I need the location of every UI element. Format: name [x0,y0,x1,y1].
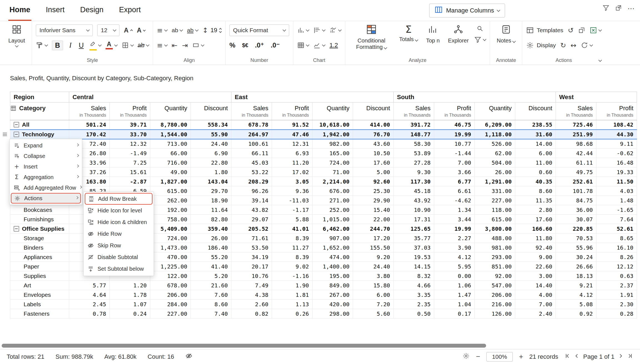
data-cell[interactable]: 26.66 [556,262,596,271]
data-cell[interactable]: 49.75 [556,167,596,177]
data-cell[interactable]: 1.20 [110,281,150,290]
row-label[interactable]: Paper [10,262,69,271]
data-cell[interactable]: 4.64 [69,290,110,300]
data-cell[interactable]: 3.00 [515,271,556,281]
data-cell[interactable]: 1.06 [434,281,475,290]
layout-button[interactable]: Layout [6,24,28,47]
data-cell[interactable]: 205.52 [231,224,272,234]
line-chart-button[interactable] [313,42,325,49]
data-cell[interactable]: 35.77 [394,234,434,243]
data-cell[interactable]: 70.53 [556,234,596,243]
data-cell[interactable]: 676.00 [312,186,353,196]
data-cell[interactable]: 22.80 [191,158,231,167]
data-cell[interactable]: 24.40 [191,139,231,149]
data-cell[interactable]: -0.62 [596,149,637,158]
data-cell[interactable]: 41.01 [272,224,312,234]
data-cell[interactable]: 170.42 [69,130,110,139]
increase-decimal-button[interactable]: .0⁺ [255,41,264,49]
data-cell[interactable]: 1,827.00 [150,177,191,186]
data-cell[interactable]: 17.60 [353,158,394,167]
data-cell[interactable]: 1,652.00 [312,243,353,252]
horizontal-scrollbar[interactable] [2,344,486,348]
row-label[interactable]: Labels [10,300,69,309]
tab-insert[interactable]: Insert [45,0,66,21]
data-cell[interactable]: 5.60 [353,309,394,318]
data-cell[interactable]: 29.07 [231,215,272,224]
data-cell[interactable]: 126.00 [475,309,515,318]
data-cell[interactable]: 1.47 [434,290,475,300]
data-cell[interactable]: 252.00 [312,205,353,215]
data-cell[interactable]: 66.00 [150,149,191,158]
data-cell[interactable]: 8.39 [272,252,312,262]
data-cell[interactable]: 1.78 [110,290,150,300]
filter-icon[interactable] [602,4,609,12]
data-cell[interactable]: 1.34 [434,205,475,215]
data-cell[interactable]: 53.50 [231,243,272,252]
data-cell[interactable]: 12.32 [110,139,150,149]
data-cell[interactable]: 331.00 [475,186,515,196]
data-cell[interactable]: 14.40 [515,281,556,290]
data-cell[interactable]: 724.00 [150,234,191,243]
tab-design[interactable]: Design [79,0,105,21]
data-cell[interactable]: 11.35 [515,196,556,205]
submenu-item-hide-icon-children[interactable]: Hide icon & children [84,216,154,228]
data-cell[interactable]: 0.50 [394,309,434,318]
data-cell[interactable]: 125.65 [394,224,434,234]
quick-format-select[interactable]: Quick Format [229,24,289,36]
refresh-button[interactable] [581,42,592,49]
data-cell[interactable]: 43.60 [353,139,394,149]
category-header[interactable]: Category [10,102,69,120]
chart-number-button[interactable]: 1.2 [329,42,338,49]
data-cell[interactable]: 470.00 [150,252,191,262]
manage-columns-button[interactable]: Manage Columns [429,4,505,17]
wrap-text-button[interactable]: ab [187,27,198,34]
data-cell[interactable]: 30.07 [556,215,596,224]
data-cell[interactable]: 3.35 [394,290,434,300]
data-cell[interactable]: 30.24 [556,252,596,262]
data-cell[interactable]: 26.00 [475,167,515,177]
data-cell[interactable]: 6,209.00 [475,120,515,130]
region-header-central[interactable]: Central [69,92,231,102]
data-cell[interactable]: 3.44 [434,215,475,224]
column-header-west-profit[interactable]: Profitin Thousands [596,102,637,120]
data-cell[interactable]: 166.60 [515,224,556,234]
menu-item-actions[interactable]: Actions [11,193,81,204]
data-cell[interactable]: 5.95 [434,262,475,271]
data-cell[interactable]: 8.65 [596,234,637,243]
data-cell[interactable]: 58.30 [394,139,434,149]
data-cell[interactable]: 101.78 [556,186,596,196]
search-button[interactable] [476,25,484,32]
data-cell[interactable]: 8,780.00 [150,120,191,130]
data-cell[interactable]: 547.00 [475,281,515,290]
data-cell[interactable]: 1,473.00 [150,243,191,252]
menu-item-insert[interactable]: +Insert [10,161,82,172]
data-cell[interactable]: 982.00 [312,139,353,149]
data-cell[interactable]: 5,409.00 [150,224,191,234]
column-header-east-quantity[interactable]: Quantity [312,102,353,120]
data-cell[interactable]: 227.00 [475,196,515,205]
data-cell[interactable]: 252.61 [556,177,596,186]
data-cell[interactable]: 9.30 [394,167,434,177]
data-cell[interactable]: 24.40 [353,262,394,271]
data-cell[interactable]: 122.00 [150,271,191,281]
data-cell[interactable]: 148.77 [394,130,434,139]
data-cell[interactable]: 11.27 [272,243,312,252]
highlight-color-button[interactable] [89,40,101,51]
data-cell[interactable]: 11.64 [191,205,231,215]
data-cell[interactable]: 5.00 [353,167,394,177]
data-cell[interactable]: 6.00 [515,149,556,158]
next-page-button[interactable] [617,353,624,361]
data-cell[interactable]: 0.63 [596,271,637,281]
data-cell[interactable]: 53.89 [394,149,434,158]
data-cell[interactable]: 2,214.00 [312,177,353,186]
data-cell[interactable]: 17.60 [515,215,556,224]
submenu-item-set-subtotal-below[interactable]: Set Subtotal below [84,263,154,275]
data-cell[interactable]: 504.00 [475,158,515,167]
data-cell[interactable]: 725.46 [556,120,596,130]
data-cell[interactable]: 267.00 [312,290,353,300]
data-cell[interactable]: 7.25 [110,158,150,167]
data-cell[interactable]: 6.61 [434,186,475,196]
data-cell[interactable]: 14.00 [515,139,556,149]
zoom-out-button[interactable]: − [476,352,480,361]
data-cell[interactable]: 15.40 [353,205,394,215]
